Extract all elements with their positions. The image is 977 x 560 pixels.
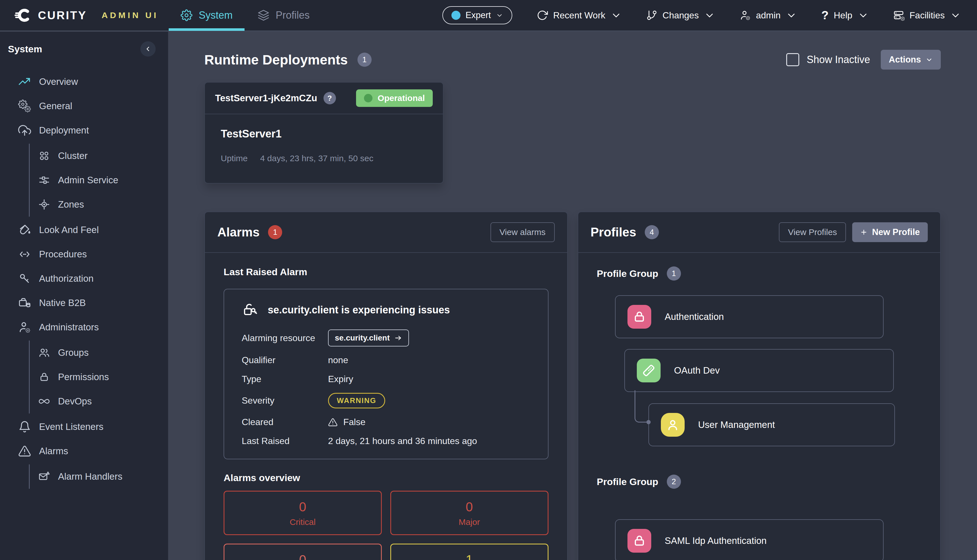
tab-system-label: System (199, 9, 233, 21)
navbar-right: Expert Recent Work Changes admin (443, 6, 977, 24)
administrators-subgroup: Groups Permissions DevOps (29, 340, 168, 413)
mail-alert-icon (38, 471, 50, 483)
server-name: TestServer1 (221, 128, 427, 140)
curity-logo-icon (14, 6, 33, 25)
status-badge: Operational (356, 89, 433, 107)
alarm-type-value: Expiry (328, 374, 530, 384)
sidebar-item-administrators[interactable]: Administrators (0, 315, 168, 339)
gears-icon (18, 100, 31, 113)
actions-button[interactable]: Actions (881, 50, 941, 70)
view-alarms-button[interactable]: View alarms (491, 222, 555, 242)
alarm-row-label: Qualifier (242, 355, 328, 365)
view-profiles-button[interactable]: View Profiles (779, 222, 846, 242)
last-raised-alarm-card: se.curity.client is experiencing issues … (224, 289, 548, 459)
profiles-panel: Profiles 4 View Profiles New Profile Pro… (578, 212, 941, 560)
sidebar-item-procedures[interactable]: Procedures (0, 242, 168, 267)
profile-connector-line (635, 390, 648, 423)
page-title: Runtime Deployments (204, 52, 348, 68)
alarm-title: se.curity.client is experiencing issues (268, 304, 450, 316)
profile-card-oauth-dev[interactable]: OAuth Dev (625, 349, 894, 392)
sidebar-item-admin-service[interactable]: Admin Service (38, 168, 168, 192)
curity-logo[interactable]: CURITY ADMIN UI (0, 6, 168, 25)
user-menu[interactable]: admin (740, 10, 797, 21)
alarm-qualifier-value: none (328, 355, 530, 365)
expert-mode-selector[interactable]: Expert (443, 6, 513, 24)
profile-group-2-header: Profile Group 2 (597, 475, 922, 489)
sidebar-item-general[interactable]: General (0, 94, 168, 118)
sidebar-collapse-button[interactable] (140, 41, 156, 57)
profile-card-saml-idp-authentication[interactable]: SAML Idp Authentication (615, 519, 884, 560)
alarm-cleared-value: False (343, 417, 366, 427)
profile-group-1-badge: 1 (667, 267, 681, 280)
sidebar-item-event-listeners[interactable]: Event Listeners (0, 415, 168, 439)
alert-triangle-icon (328, 417, 337, 427)
sidebar-item-alarms[interactable]: Alarms (0, 439, 168, 463)
server-id: TestServer1-jKe2mCZu (215, 93, 317, 103)
sidebar: System Overview General Deploymen (0, 32, 168, 560)
new-profile-button[interactable]: New Profile (852, 222, 928, 242)
sidebar-item-authorization[interactable]: Authorization (0, 267, 168, 291)
sidebar-item-groups[interactable]: Groups (38, 340, 168, 365)
deployments-count-badge: 1 (357, 53, 372, 67)
sidebar-item-alarm-handlers[interactable]: Alarm Handlers (38, 464, 168, 489)
gear-icon (180, 9, 192, 21)
tab-system[interactable]: System (168, 0, 245, 31)
sidebar-item-permissions[interactable]: Permissions (38, 365, 168, 389)
sidebar-title: System (8, 43, 42, 55)
sidebar-item-devops[interactable]: DevOps (38, 389, 168, 413)
sidebar-item-overview[interactable]: Overview (0, 70, 168, 94)
deployment-subgroup: Cluster Admin Service Zones (29, 144, 168, 217)
profiles-panel-title: Profiles (591, 225, 636, 239)
warning-alarms-card: 1 Warning (390, 543, 548, 560)
show-inactive-checkbox[interactable] (786, 53, 799, 66)
sidebar-item-zones[interactable]: Zones (38, 192, 168, 217)
changes-label: Changes (663, 10, 699, 21)
show-inactive-toggle[interactable]: Show Inactive (786, 53, 870, 66)
sidebar-item-look-and-feel[interactable]: Look And Feel (0, 218, 168, 242)
chevron-down-icon (786, 10, 797, 21)
user-gear-icon (18, 321, 31, 334)
facilities-label: Facilities (910, 10, 945, 21)
brand-name: CURITY (38, 9, 87, 22)
severity-warning-pill: WARNING (328, 393, 385, 408)
infinity-icon (38, 395, 50, 407)
sliders-icon (38, 174, 50, 186)
uptime-value: 4 days, 23 hrs, 37 min, 50 sec (260, 153, 373, 163)
alarms-count-badge: 1 (268, 225, 282, 239)
lock-key-icon (242, 302, 258, 318)
uptime-label: Uptime (221, 153, 248, 163)
minor-alarms-card: 0 Minor (224, 543, 382, 560)
alarm-row-label: Alarming resource (242, 333, 328, 343)
server-help-badge[interactable]: ? (324, 92, 336, 104)
recent-work-menu[interactable]: Recent Work (537, 10, 621, 21)
branch-icon (646, 10, 658, 21)
cluster-icon (38, 150, 50, 162)
layers-icon (257, 9, 269, 21)
tab-profiles[interactable]: Profiles (245, 0, 322, 31)
chevron-down-icon (611, 10, 622, 21)
sidebar-nav: Overview General Deployment Cluster (0, 70, 168, 489)
server-gear-icon (893, 10, 905, 21)
users-icon (38, 347, 50, 358)
profile-card-authentication[interactable]: Authentication (615, 295, 884, 338)
sidebar-item-native-b2b[interactable]: Native B2B (0, 291, 168, 315)
user-menu-label: admin (756, 10, 781, 21)
alarming-resource-link[interactable]: se.curity.client (328, 330, 409, 347)
alarm-row-label: Cleared (242, 417, 328, 427)
status-dot-icon (364, 94, 372, 102)
refresh-icon (537, 10, 548, 21)
chevron-down-icon (950, 10, 961, 21)
help-menu[interactable]: ? Help (821, 8, 868, 22)
changes-menu[interactable]: Changes (646, 10, 715, 21)
major-alarms-card: 0 Major (390, 491, 548, 535)
sidebar-item-cluster[interactable]: Cluster (38, 144, 168, 168)
user-gear-icon (740, 10, 751, 21)
runtime-deployment-card: TestServer1-jKe2mCZu ? Operational TestS… (204, 82, 444, 183)
profile-card-user-management[interactable]: User Management (648, 403, 895, 446)
facilities-menu[interactable]: Facilities (893, 10, 961, 21)
sidebar-item-deployment[interactable]: Deployment (0, 118, 168, 143)
last-raised-heading: Last Raised Alarm (224, 267, 548, 277)
bell-icon (18, 420, 31, 433)
alarms-panel-title: Alarms (217, 225, 259, 239)
paint-bucket-icon (18, 223, 31, 237)
